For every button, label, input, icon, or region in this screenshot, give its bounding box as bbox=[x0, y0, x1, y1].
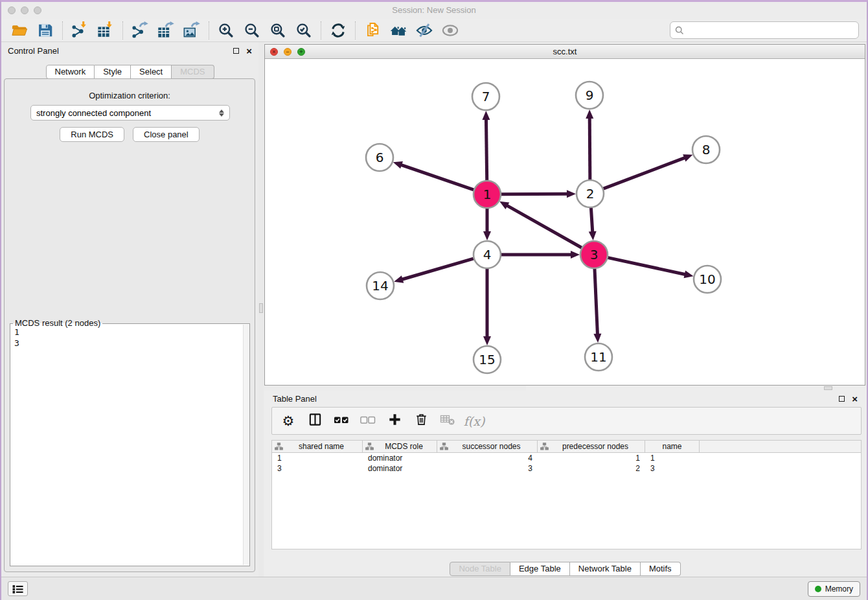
tab-node-table[interactable]: Node Table bbox=[450, 562, 510, 576]
column-header-name[interactable]: name bbox=[645, 441, 700, 452]
graph-edge-1-2[interactable] bbox=[501, 194, 568, 194]
table-cell[interactable]: 3 bbox=[272, 463, 363, 474]
import-table-button[interactable] bbox=[93, 20, 119, 41]
table-cell[interactable]: dominator bbox=[363, 463, 437, 474]
export-image-button[interactable] bbox=[179, 20, 205, 41]
mcds-result-text[interactable]: 13 bbox=[14, 327, 240, 563]
table-cell[interactable]: 3 bbox=[645, 463, 700, 474]
task-history-button[interactable] bbox=[8, 581, 28, 596]
network-window-titlebar[interactable]: × − + scc.txt bbox=[265, 45, 865, 59]
table-cell[interactable]: dominator bbox=[363, 453, 437, 463]
table-cell[interactable]: 1 bbox=[538, 453, 645, 463]
open-session-button[interactable] bbox=[6, 20, 32, 41]
graph-node-label: 2 bbox=[586, 186, 595, 202]
home-network-button[interactable] bbox=[385, 20, 411, 41]
toggle-column-view-button[interactable] bbox=[306, 412, 323, 430]
vertical-splitter[interactable] bbox=[258, 42, 264, 579]
close-panel-button[interactable]: Close panel bbox=[133, 127, 200, 142]
deselect-all-columns-button[interactable] bbox=[360, 412, 376, 430]
graph-edge-arrowhead bbox=[586, 110, 593, 119]
graph-edge-arrowhead bbox=[482, 111, 490, 120]
graph-edge-2-8[interactable] bbox=[604, 157, 686, 189]
tab-network-table[interactable]: Network Table bbox=[570, 562, 641, 576]
graph-edge-3-1[interactable] bbox=[507, 205, 582, 248]
import-network-button[interactable] bbox=[67, 20, 93, 41]
graph-node-label: 8 bbox=[702, 142, 711, 157]
run-mcds-button[interactable]: Run MCDS bbox=[60, 127, 124, 142]
unchecked-pair-icon bbox=[360, 415, 376, 427]
column-header-predecessor-nodes[interactable]: predecessor nodes bbox=[538, 441, 645, 452]
delete-column-button[interactable] bbox=[413, 412, 429, 430]
zoom-out-button[interactable] bbox=[239, 20, 265, 41]
tab-style[interactable]: Style bbox=[95, 65, 131, 79]
graph-edge-2-3[interactable] bbox=[591, 208, 592, 233]
column-header-successor-nodes[interactable]: successor nodes bbox=[437, 441, 538, 452]
graph-edge-4-14[interactable] bbox=[402, 259, 474, 279]
import-network-icon bbox=[71, 21, 89, 40]
table-delete-icon bbox=[440, 413, 455, 429]
splitter-grip[interactable] bbox=[824, 386, 832, 390]
create-column-button[interactable] bbox=[386, 412, 403, 430]
show-all-button[interactable] bbox=[437, 20, 463, 41]
table-cell[interactable]: 1 bbox=[645, 453, 700, 463]
main-toolbar bbox=[1, 19, 867, 42]
table-row[interactable]: 3dominator323 bbox=[272, 463, 861, 474]
network-window: × − + scc.txt 7968124314101511 bbox=[264, 44, 865, 386]
memory-button[interactable]: Memory bbox=[808, 581, 860, 597]
column-header-label: shared name bbox=[283, 442, 360, 451]
hide-selected-button[interactable] bbox=[411, 20, 437, 41]
tab-motifs[interactable]: Motifs bbox=[641, 562, 681, 576]
tab-mcds[interactable]: MCDS bbox=[172, 65, 214, 79]
graph-edge-2-9[interactable] bbox=[589, 117, 590, 179]
org-chart-icon bbox=[440, 443, 448, 450]
float-panel-icon[interactable] bbox=[839, 396, 845, 402]
search-input[interactable] bbox=[684, 25, 858, 35]
network-canvas[interactable]: 7968124314101511 bbox=[265, 59, 865, 385]
tab-select[interactable]: Select bbox=[131, 65, 172, 79]
apply-layout-button[interactable] bbox=[325, 20, 351, 41]
network-graph[interactable]: 7968124314101511 bbox=[265, 59, 865, 385]
graph-edge-arrowhead bbox=[684, 270, 694, 278]
search-box[interactable] bbox=[670, 21, 859, 39]
graph-edge-1-6[interactable] bbox=[400, 165, 474, 190]
control-panel-title: Control Panel bbox=[8, 46, 59, 56]
graph-edge-3-11[interactable] bbox=[595, 269, 598, 335]
graph-node-label: 15 bbox=[479, 352, 495, 367]
table-cell[interactable]: 3 bbox=[437, 463, 538, 474]
zoom-in-icon bbox=[217, 21, 235, 40]
zoom-in-button[interactable] bbox=[213, 20, 239, 41]
table-row[interactable]: 1dominator411 bbox=[272, 453, 861, 463]
column-header-shared-name[interactable]: shared name bbox=[272, 441, 363, 452]
graph-edge-3-10[interactable] bbox=[608, 258, 685, 275]
zoom-selected-button[interactable] bbox=[291, 20, 317, 41]
toolbar-separator bbox=[321, 21, 321, 40]
export-network-button[interactable] bbox=[127, 20, 153, 41]
graph-edge-1-7[interactable] bbox=[486, 119, 486, 180]
columns-icon bbox=[308, 412, 323, 430]
network-from-selection-button[interactable] bbox=[360, 20, 385, 41]
copy-network-icon bbox=[363, 21, 382, 40]
zoom-fit-button[interactable] bbox=[265, 20, 291, 41]
table-cell[interactable]: 1 bbox=[272, 453, 363, 463]
export-table-button[interactable] bbox=[153, 20, 179, 41]
checked-pair-icon bbox=[334, 415, 349, 427]
splitter-grip[interactable] bbox=[259, 303, 263, 313]
tab-edge-table[interactable]: Edge Table bbox=[510, 562, 570, 576]
horizontal-splitter[interactable] bbox=[526, 386, 867, 391]
close-panel-icon[interactable]: × bbox=[852, 394, 858, 404]
float-panel-icon[interactable] bbox=[233, 48, 239, 54]
tab-network[interactable]: Network bbox=[45, 65, 95, 79]
graph-node-label: 11 bbox=[590, 349, 606, 365]
result-scrollbar[interactable] bbox=[243, 325, 249, 565]
column-header-MCDS-role[interactable]: MCDS role bbox=[363, 441, 437, 452]
close-panel-icon[interactable]: × bbox=[246, 46, 252, 56]
table-cell[interactable]: 2 bbox=[538, 463, 645, 474]
memory-label: Memory bbox=[825, 584, 853, 594]
select-all-columns-button[interactable] bbox=[333, 412, 350, 430]
save-session-button[interactable] bbox=[32, 20, 58, 41]
table-mode-button[interactable]: ⚙ bbox=[280, 412, 297, 430]
graph-node-label: 14 bbox=[372, 278, 388, 294]
org-chart-icon bbox=[540, 443, 549, 450]
table-cell[interactable]: 4 bbox=[437, 453, 538, 463]
criterion-dropdown[interactable]: strongly connected component bbox=[30, 105, 230, 121]
